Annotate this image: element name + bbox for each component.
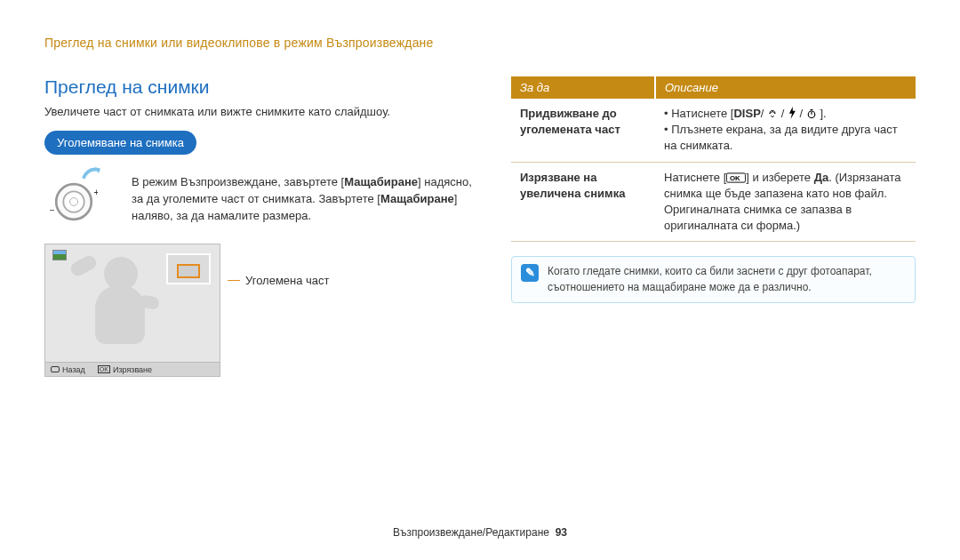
ok-key-icon: OK bbox=[726, 172, 746, 183]
info-icon: ✎ bbox=[521, 264, 539, 282]
svg-point-2 bbox=[70, 198, 78, 206]
subsection-pill: Уголемяване на снимка bbox=[44, 131, 196, 155]
table-row: Изрязване на увеличена снимка Натиснете … bbox=[511, 162, 916, 242]
macro-icon bbox=[767, 108, 778, 119]
page-footer: Възпроизвеждане/Редактиране 93 bbox=[0, 526, 960, 539]
dial-illustration: + − bbox=[44, 167, 116, 229]
table-row: Придвижване до уголемената част Натиснет… bbox=[511, 99, 916, 162]
zoom-area-callout: Уголемена част bbox=[228, 274, 330, 287]
svg-text:+: + bbox=[94, 187, 99, 197]
info-note: ✎ Когато гледате снимки, които са били з… bbox=[511, 256, 916, 303]
minimap-indicator bbox=[166, 253, 211, 284]
intro-text: Увеличете част от снимката или вижте сни… bbox=[44, 105, 480, 118]
actions-table: За да Описание Придвижване до уголеменат… bbox=[511, 76, 916, 242]
picture-icon bbox=[52, 250, 67, 260]
table-head-desc: Описание bbox=[655, 76, 916, 99]
dial-caption: В режим Възпроизвеждане, завъртете [Маща… bbox=[132, 167, 480, 225]
screen-preview: Назад OKИзрязване bbox=[44, 244, 220, 377]
svg-text:OK: OK bbox=[730, 174, 740, 182]
flash-icon bbox=[788, 107, 796, 119]
svg-text:−: − bbox=[50, 204, 54, 215]
timer-icon bbox=[806, 108, 817, 119]
table-head-todo: За да bbox=[511, 76, 655, 99]
crop-button: OKИзрязване bbox=[98, 365, 152, 374]
section-title: Преглед на снимки bbox=[44, 76, 480, 98]
back-button: Назад bbox=[51, 365, 85, 374]
breadcrumb: Преглед на снимки или видеоклипове в реж… bbox=[44, 36, 916, 50]
